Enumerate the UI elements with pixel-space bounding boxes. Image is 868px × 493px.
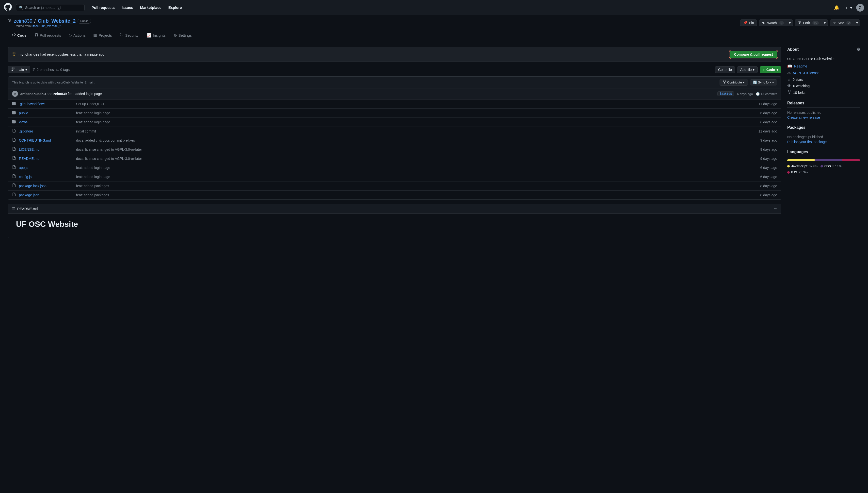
about-settings-icon[interactable]: ⚙ <box>857 47 860 52</box>
create-release-link[interactable]: Create a new release <box>787 115 820 120</box>
lang-color-dot <box>821 165 823 168</box>
fork-label: Fork <box>803 21 810 25</box>
fork-dropdown[interactable]: ▾ <box>822 19 828 26</box>
file-name-link[interactable]: .gitignore <box>19 129 73 133</box>
star-dropdown[interactable]: ▾ <box>854 19 860 26</box>
publish-package-link[interactable]: Publish your first package <box>787 140 827 144</box>
file-name-link[interactable]: package-lock.json <box>19 184 73 188</box>
branches-link[interactable]: 2 branches <box>32 67 54 72</box>
sync-fork-button[interactable]: 🔄 Sync fork ▾ <box>750 79 777 85</box>
tab-insights[interactable]: 📈 Insights <box>142 30 170 41</box>
license-link[interactable]: AGPL-3.0 license <box>793 71 820 75</box>
explore-nav[interactable]: Explore <box>165 4 185 11</box>
tab-actions[interactable]: ▷ Actions <box>65 30 89 41</box>
repo-sidebar: About ⚙ UF Open Source Club Website 📖 Re… <box>787 47 860 238</box>
code-button[interactable]: ● Code ▾ <box>760 66 781 73</box>
tags-link[interactable]: 🏷 0 tags <box>56 68 70 72</box>
tab-code[interactable]: Code <box>8 30 30 41</box>
branch-dropdown-icon: ▾ <box>25 68 27 72</box>
file-time: 8 days ago <box>760 184 777 188</box>
forked-from-link[interactable]: ufosc/Club_Website_2 <box>31 24 61 28</box>
readme-link[interactable]: Readme <box>794 64 807 68</box>
repo-separator: / <box>35 18 36 24</box>
file-time: 9 days ago <box>760 157 777 160</box>
file-commit-message: feat: added packages <box>76 193 757 197</box>
user-avatar[interactable]: Z <box>856 4 864 12</box>
github-logo[interactable] <box>4 3 12 12</box>
file-icon <box>12 138 16 143</box>
file-commit-message: feat: added login page <box>76 166 757 170</box>
lang-bar-segment <box>842 159 860 161</box>
insights-tab-icon: 📈 <box>147 33 151 38</box>
lang-dot-item: JavaScript37.6% <box>787 164 818 168</box>
lang-name-link[interactable]: JavaScript <box>791 164 807 168</box>
repo-name-link[interactable]: Club_Website_2 <box>38 18 75 24</box>
lang-bar-segment <box>815 159 842 161</box>
branch-selector[interactable]: main ▾ <box>8 66 30 73</box>
table-row: package.jsonfeat: added packages8 days a… <box>8 190 781 199</box>
file-commit-message: docs: added ci & docs commit prefixes <box>76 138 757 142</box>
file-name-link[interactable]: README.md <box>19 157 73 160</box>
table-row: .gitignoreinitial commit11 days ago <box>8 127 781 136</box>
pull-requests-nav[interactable]: Pull requests <box>89 4 118 11</box>
search-box[interactable]: 🔍 Search or jump to... / <box>16 4 85 11</box>
create-button[interactable]: ＋ ▾ <box>843 4 853 12</box>
alert-branch-name: my_changes <box>19 52 39 57</box>
lang-name-link[interactable]: EJS <box>791 170 797 174</box>
watch-icon: 👁 <box>762 21 765 25</box>
contribute-button[interactable]: Contribute ▾ <box>719 79 748 86</box>
watching-count: 0 watching <box>793 84 810 88</box>
file-time: 9 days ago <box>760 148 777 151</box>
file-commit-message: feat: added login page <box>76 111 757 115</box>
file-name-link[interactable]: LICENSE.md <box>19 148 73 151</box>
forks-stat: 10 forks <box>787 90 860 95</box>
commit-message-link[interactable]: feat: added login page <box>68 92 102 96</box>
add-file-button[interactable]: Add file ▾ <box>737 66 758 73</box>
sync-bar: This branch is up to date with ufosc/Clu… <box>8 76 781 88</box>
commit-author1-link[interactable]: amitanshusahu <box>20 92 46 96</box>
file-name-link[interactable]: views <box>19 120 73 124</box>
edit-readme-button[interactable]: ✏ <box>774 206 777 211</box>
watch-button[interactable]: 👁 Watch 0 <box>759 19 787 26</box>
branch-bar: main ▾ 2 branches 🏷 0 tags Go to file Ad… <box>8 66 781 73</box>
security-tab-label: Security <box>125 33 139 38</box>
tab-pull-requests[interactable]: Pull requests <box>30 30 65 41</box>
commit-history-link[interactable]: 🕐 15 commits <box>756 92 777 96</box>
marketplace-nav[interactable]: Marketplace <box>137 4 164 11</box>
repo-owner-link[interactable]: zeim839 <box>14 18 32 24</box>
branch-icon <box>11 67 15 72</box>
pin-button[interactable]: 📌 Pin <box>740 19 757 26</box>
commit-hash[interactable]: f835105 <box>717 91 734 96</box>
file-name-link[interactable]: config.js <box>19 175 73 179</box>
file-icon <box>12 184 16 188</box>
file-name-link[interactable]: public <box>19 111 73 115</box>
fork-button[interactable]: Fork 10 <box>795 19 822 26</box>
file-icon <box>12 156 16 161</box>
tab-settings[interactable]: ⚙ Settings <box>170 30 196 41</box>
readme-section: ☰ README.md ✏ UF OSC Website <box>8 203 781 238</box>
star-count: 0 <box>846 21 851 25</box>
star-button[interactable]: ☆ Star 0 <box>830 19 854 26</box>
issues-nav[interactable]: Issues <box>119 4 136 11</box>
file-name-link[interactable]: CONTRIBUTING.md <box>19 138 73 142</box>
commit-author2-link[interactable]: zeim839 <box>53 92 67 96</box>
forks-count: 10 forks <box>793 91 805 94</box>
file-name-link[interactable]: .github/workflows <box>19 102 73 106</box>
code-dot-icon: ● <box>763 68 765 72</box>
tag-count: 0 <box>60 68 62 72</box>
lang-name-link[interactable]: CSS <box>824 164 831 168</box>
file-commit-message: feat: added packages <box>76 184 757 188</box>
alert-text: my_changes had recent pushes less than a… <box>19 52 104 57</box>
insights-tab-label: Insights <box>153 33 166 38</box>
tab-projects[interactable]: ▦ Projects <box>89 30 116 41</box>
tab-security[interactable]: 🛡 Security <box>116 30 142 41</box>
commit-info: amitanshusahu and zeim839 feat: added lo… <box>20 92 715 96</box>
go-to-file-button[interactable]: Go to file <box>715 66 735 73</box>
notifications-button[interactable]: 🔔 <box>833 4 841 11</box>
license-icon: ⚖ <box>787 70 791 75</box>
compare-pull-request-button[interactable]: Compare & pull request <box>730 51 777 58</box>
watch-dropdown[interactable]: ▾ <box>787 19 793 26</box>
lang-color-dot <box>787 165 790 168</box>
file-name-link[interactable]: app.js <box>19 166 73 170</box>
file-name-link[interactable]: package.json <box>19 193 73 197</box>
